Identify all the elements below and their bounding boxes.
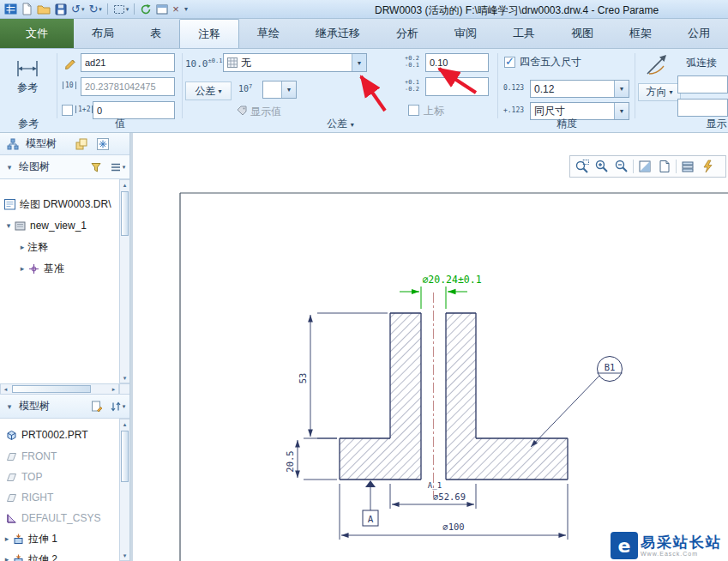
open-icon[interactable] [35,1,52,17]
group-reference-footer[interactable]: 参考 [0,117,57,131]
update-sheet-icon[interactable] [699,158,716,175]
layers-button[interactable] [73,136,90,153]
tree-item-annotations[interactable]: ▸ 注释 [17,238,48,256]
section-label-text[interactable]: A_1 [428,481,442,490]
tree-item-front-plane[interactable]: FRONT [5,447,57,466]
favorites-button[interactable] [94,136,111,153]
model-tree-collapse-icon[interactable]: ▾ [4,402,15,411]
decimal-places-dropdown[interactable]: 0.12 ▼ [530,80,629,98]
dimension-hole-text[interactable]: ∅20.24±0.1 [422,274,481,286]
zoom-out-icon[interactable] [613,158,630,175]
arc-connect-input-1[interactable] [677,75,728,94]
new-file-icon[interactable] [20,1,34,17]
scroll-up-icon[interactable]: ▴ [120,180,129,190]
tree-item-view[interactable]: ▾ new_view_1 [3,216,87,235]
group-tolerance-footer[interactable]: 公差 ▾ [184,117,497,131]
tolerance-table-dropdown-arrow[interactable]: ▼ [281,81,296,98]
dimension-boss-text[interactable]: ∅52.69 [433,492,466,502]
filter-icon[interactable] [87,159,105,176]
balloon-b1[interactable]: B1 [531,357,623,448]
tab-analysis[interactable]: 分析 [378,19,436,48]
dimension-body-height-text[interactable]: 53 [298,373,308,384]
collapse-icon[interactable]: ▸ [17,243,27,251]
model-tree-tab-label[interactable]: 模型树 [26,136,57,151]
tab-framework[interactable]: 框架 [611,19,670,48]
dimension-body-height[interactable]: 53 [298,313,388,438]
group-display-footer[interactable]: 显示 [671,117,728,131]
scrollbar-thumb[interactable] [121,431,129,482]
dimension-flange-height[interactable]: 20.5 [285,438,337,480]
tolerance-mode-dropdown[interactable]: 无 ▼ [223,53,367,72]
decimal-places-dropdown-arrow[interactable]: ▼ [614,81,629,97]
dimension-flange-text[interactable]: ∅100 [442,522,464,532]
tolerance-mode-dropdown-arrow[interactable]: ▼ [352,54,366,71]
nominal-value-input[interactable] [81,77,175,96]
expand-icon[interactable]: ▾ [3,221,14,230]
sort-icon[interactable]: ▾ [109,398,126,415]
reference-button[interactable]: 参考 [3,52,51,102]
tab-tools[interactable]: 工具 [495,19,553,48]
tab-view[interactable]: 视图 [553,19,611,48]
tab-legacy-migration[interactable]: 继承迁移 [298,19,378,48]
drawing-canvas[interactable]: ∅20.24±0.1 53 20.5 A_1 [133,133,728,561]
collapse-icon[interactable]: ▸ [2,534,12,543]
display-style-icon[interactable] [636,158,653,175]
sheet-display-icon[interactable] [656,158,673,175]
tree-item-datums[interactable]: ▸ 基准 [17,259,64,278]
collapse-icon[interactable]: ▸ [2,555,12,561]
scroll-right-icon[interactable]: ▸ [109,384,118,394]
tolerance-table-dropdown[interactable]: ▼ [262,81,297,99]
tab-sketch[interactable]: 草绘 [239,19,298,48]
drawing-tree-vertical-scrollbar[interactable]: ▴ ▾ [119,179,130,383]
tab-layout[interactable]: 布局 [74,19,132,48]
undo-icon[interactable]: ↺▾ [69,1,86,17]
datum-label-text[interactable]: A [368,514,374,525]
tab-annotate[interactable]: 注释 [179,19,239,48]
tree-item-default-csys[interactable]: DEFAULT_CSYS [5,509,100,528]
upper-tolerance-input[interactable] [425,53,489,72]
datum-feature-symbol[interactable]: A [363,480,378,526]
tab-common[interactable]: 公用 [670,19,728,48]
save-icon[interactable] [53,1,69,17]
graphics-area[interactable]: ∅20.24±0.1 53 20.5 A_1 [133,133,728,561]
layer-display-icon[interactable] [679,158,696,175]
window-icon[interactable] [154,1,170,17]
arc-connect-label[interactable]: 弧连接 [686,56,717,70]
close-window-icon[interactable]: × [171,1,181,17]
lower-tolerance-input[interactable] [425,77,489,96]
direction-icon[interactable] [643,51,671,81]
tab-file[interactable]: 文件 [0,19,74,48]
drawing-tree-collapse-icon[interactable]: ▾ [4,163,15,172]
tree-item-drawing[interactable]: 绘图 DRW0003.DR\ [3,195,111,214]
tree-item-right-plane[interactable]: RIGHT [5,488,53,507]
tree-item-part[interactable]: PRT0002.PRT [5,425,88,444]
toolbar-more-icon[interactable]: ▾ [182,1,190,17]
scroll-down-icon[interactable]: ▾ [120,551,129,560]
tolerance-button[interactable]: 公差▾ [185,81,232,100]
round-dimension-label[interactable]: 四舍五入尺寸 [520,55,581,69]
dimension-flange-height-text[interactable]: 20.5 [285,450,295,472]
drawing-tree-horizontal-scrollbar[interactable]: ◂ ▸ [0,383,119,395]
tree-item-extrude-1[interactable]: ▸ 拉伸 1 [2,529,57,548]
collapse-icon[interactable]: ▸ [17,264,27,273]
select-box-icon[interactable]: ▾ [111,1,131,17]
arc-connect-input-2[interactable] [677,99,728,117]
dimension-name-input[interactable] [81,53,175,72]
superscript-checkbox[interactable] [408,105,419,116]
direction-dropdown[interactable]: 方向▾ [638,83,681,101]
regenerate-icon[interactable] [138,1,153,17]
group-value-footer[interactable]: 值 [58,117,182,131]
round-dimension-checkbox[interactable] [504,57,515,68]
model-tree-vertical-scrollbar[interactable]: ▴ ▾ [119,419,130,561]
override-value-checkbox[interactable] [62,105,73,116]
scrollbar-thumb[interactable] [121,191,129,236]
tab-table[interactable]: 表 [132,19,179,48]
scroll-up-icon[interactable]: ▴ [120,419,129,429]
tree-columns-icon[interactable] [87,398,105,415]
tree-settings-icon[interactable]: ▾ [109,159,126,176]
dimension-hole-diameter[interactable]: ∅20.24±0.1 [400,274,482,309]
scroll-left-icon[interactable]: ◂ [1,384,10,394]
redo-icon[interactable]: ↻▾ [87,1,103,17]
section-hatching[interactable] [340,313,568,480]
zoom-in-icon[interactable] [593,158,611,175]
